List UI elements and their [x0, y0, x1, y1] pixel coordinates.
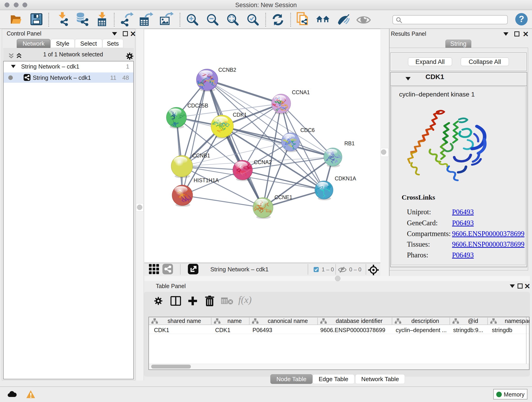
- svg-text:CDK1: CDK1: [233, 112, 247, 118]
- svg-text:CCNE1: CCNE1: [274, 194, 292, 200]
- svg-text:CCNA2: CCNA2: [254, 159, 272, 165]
- svg-text:CCNB1: CCNB1: [192, 153, 210, 159]
- svg-text:?: ?: [519, 14, 524, 24]
- svg-text:HIST1H1A: HIST1H1A: [194, 177, 219, 183]
- svg-text:CDKN1A: CDKN1A: [335, 176, 356, 182]
- svg-text:RB1: RB1: [344, 140, 355, 147]
- svg-text:CCNA1: CCNA1: [292, 89, 310, 95]
- svg-text:CDC25B: CDC25B: [187, 103, 208, 109]
- svg-text:CCNB2: CCNB2: [218, 67, 236, 73]
- svg-text:CDC6: CDC6: [300, 127, 315, 133]
